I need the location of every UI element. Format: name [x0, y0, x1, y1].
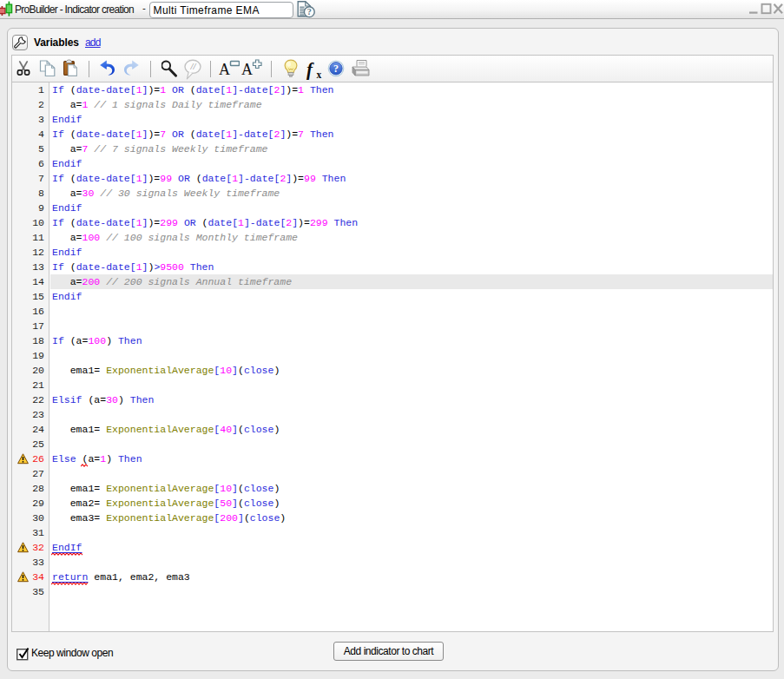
svg-text:?: ? [307, 7, 312, 16]
svg-text:?: ? [333, 63, 339, 75]
svg-text:x: x [317, 69, 322, 80]
svg-text:A: A [219, 61, 230, 78]
svg-text://: // [189, 62, 196, 71]
svg-text:f: f [306, 59, 314, 80]
svg-text:A: A [241, 61, 253, 78]
